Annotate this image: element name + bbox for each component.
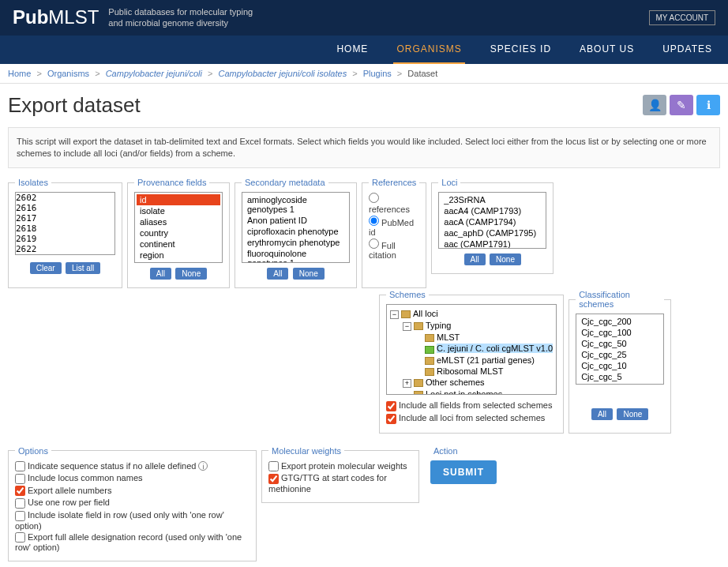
schemes-tree[interactable]: −All loci −Typing MLST C. jejuni / C. co… [386, 304, 557, 395]
info-icon[interactable]: ℹ [696, 95, 720, 115]
logo[interactable]: PubMLST [13, 6, 99, 28]
list-item[interactable]: _23SrRNA [441, 194, 544, 205]
opt-seq-status-checkbox[interactable] [15, 461, 25, 471]
mol-gtg-ttg-checkbox[interactable] [268, 474, 279, 484]
list-item[interactable]: erythromycin phenotype [244, 237, 347, 248]
tree-item-emlst[interactable]: eMLST (21 partial genes) [437, 355, 535, 365]
breadcrumb-plugins[interactable]: Plugins [363, 69, 392, 78]
nav-organisms[interactable]: ORGANISMS [393, 36, 464, 64]
opt-one-row-checkbox[interactable] [15, 498, 25, 509]
list-item[interactable]: Cjc_cgc_25 [578, 349, 662, 360]
info-icon[interactable]: i [198, 461, 208, 471]
list-item[interactable]: aac_aphD (CAMP1795) [441, 227, 544, 238]
list-item[interactable]: country [137, 227, 220, 238]
action-legend: Action [430, 446, 461, 456]
opt-isolate-field-checkbox[interactable] [15, 511, 25, 521]
list-item[interactable]: Cjc_cgc_200 [578, 316, 662, 327]
tree-item-rmlst[interactable]: Ribosomal MLST [437, 366, 503, 376]
edit-icon[interactable]: ✎ [670, 95, 693, 115]
opt-full-allele-checkbox[interactable] [15, 532, 25, 543]
tree-item-other[interactable]: Other schemes [426, 377, 485, 387]
list-item[interactable]: aacA4 (CAMP1793) [441, 205, 544, 216]
include-loci-checkbox[interactable] [386, 414, 396, 424]
opt-allele-numbers-checkbox[interactable] [15, 486, 25, 496]
sec-none-button[interactable]: None [293, 268, 325, 280]
list-item[interactable]: year [137, 261, 220, 263]
opt-locus-names-checkbox[interactable] [15, 474, 25, 484]
user-icon[interactable]: 👤 [643, 95, 666, 115]
nav-about-us[interactable]: ABOUT US [576, 36, 637, 64]
clear-button[interactable]: Clear [30, 262, 62, 274]
list-item[interactable]: region [137, 250, 220, 261]
folder-icon [414, 391, 423, 396]
loci-list[interactable]: _23SrRNA aacA4 (CAMP1793) aacA (CAMP1794… [438, 192, 546, 249]
list-item[interactable]: Cjc_cgc_10 [578, 360, 662, 371]
provenance-list[interactable]: id isolate aliases country continent reg… [134, 192, 223, 263]
tree-collapse-icon[interactable]: − [390, 310, 399, 319]
my-account-button[interactable]: MY ACCOUNT [649, 10, 716, 25]
sec-all-button[interactable]: All [267, 268, 288, 280]
folder-icon [425, 334, 434, 342]
submit-button[interactable]: SUBMIT [430, 460, 497, 484]
description-text: This script will export the dataset in t… [8, 127, 720, 169]
list-item[interactable]: Cjc_cgc_100 [578, 327, 662, 338]
page-title: Export dataset [8, 93, 141, 118]
tree-item-notin[interactable]: Loci not in schemes [426, 389, 502, 396]
list-item[interactable]: Cjc_cgc_5 [578, 371, 662, 382]
tree-item-mlst[interactable]: MLST [437, 332, 460, 342]
main-nav: HOME ORGANISMS SPECIES ID ABOUT US UPDAT… [0, 36, 728, 64]
tree-item-cgmlst[interactable]: C. jejuni / C. coli cgMLST v1.0 [437, 344, 553, 353]
loci-all-button[interactable]: All [464, 253, 486, 265]
list-item[interactable]: aacA (CAMP1794) [441, 216, 544, 227]
classification-legend: Classification schemes [576, 290, 664, 309]
breadcrumb-organisms[interactable]: Organisms [47, 69, 89, 78]
secondary-list[interactable]: aminoglycoside genotypes 1 Anon patient … [242, 192, 350, 263]
list-all-button[interactable]: List all [66, 262, 100, 274]
prov-none-button[interactable]: None [175, 268, 207, 280]
nav-updates[interactable]: UPDATES [659, 36, 715, 64]
references-legend: References [369, 178, 419, 187]
mol-export-weights-checkbox[interactable] [268, 461, 279, 471]
tree-expand-icon[interactable]: + [403, 379, 411, 388]
list-item[interactable]: continent [137, 238, 220, 250]
list-item[interactable]: aac (CAMP1791) [441, 238, 544, 249]
include-fields-checkbox[interactable] [386, 401, 396, 411]
molecular-legend: Molecular weights [268, 446, 344, 456]
list-item[interactable]: fluoroquinolone genotypes 1 [244, 248, 347, 263]
isolates-textarea[interactable]: 2602 2616 2617 2618 2619 2622 [15, 192, 115, 255]
list-item[interactable]: id [137, 194, 220, 205]
loci-legend: Loci [438, 178, 460, 187]
options-legend: Options [15, 446, 51, 456]
secondary-legend: Secondary metadata [242, 178, 328, 187]
folder-icon [414, 379, 423, 387]
nav-species-id[interactable]: SPECIES ID [487, 36, 554, 64]
list-item[interactable]: aliases [137, 216, 220, 227]
folder-icon [425, 346, 434, 354]
schemes-legend: Schemes [386, 290, 429, 299]
cls-none-button[interactable]: None [617, 408, 648, 420]
breadcrumb: Home > Organisms > Campylobacter jejuni/… [0, 64, 728, 84]
list-item[interactable]: Cjc_cgc_50 [578, 338, 662, 349]
folder-icon [401, 310, 411, 318]
classification-list[interactable]: Cjc_cgc_200 Cjc_cgc_100 Cjc_cgc_50 Cjc_c… [576, 314, 664, 385]
tree-collapse-icon[interactable]: − [403, 322, 411, 331]
breadcrumb-species[interactable]: Campylobacter jejuni/coli [106, 69, 202, 78]
breadcrumb-isolates[interactable]: Campylobacter jejuni/coli isolates [219, 69, 347, 78]
loci-none-button[interactable]: None [490, 253, 521, 265]
ref-radio-pubmed[interactable]: PubMed id [369, 215, 419, 238]
list-item[interactable]: ciprofloxacin phenotype [244, 226, 347, 237]
ref-radio-references[interactable]: references [369, 192, 419, 215]
breadcrumb-home[interactable]: Home [8, 69, 31, 78]
prov-all-button[interactable]: All [150, 268, 171, 280]
list-item[interactable]: isolate [137, 205, 220, 216]
provenance-legend: Provenance fields [134, 178, 209, 187]
list-item[interactable]: aminoglycoside genotypes 1 [244, 194, 347, 215]
nav-home[interactable]: HOME [333, 36, 371, 64]
ref-radio-full[interactable]: Full citation [369, 238, 419, 261]
folder-icon [425, 368, 434, 376]
isolates-legend: Isolates [15, 178, 51, 187]
cls-all-button[interactable]: All [591, 408, 613, 420]
folder-icon [414, 322, 423, 330]
tagline: Public databases for molecular typingand… [108, 6, 253, 29]
list-item[interactable]: Anon patient ID [244, 215, 347, 226]
